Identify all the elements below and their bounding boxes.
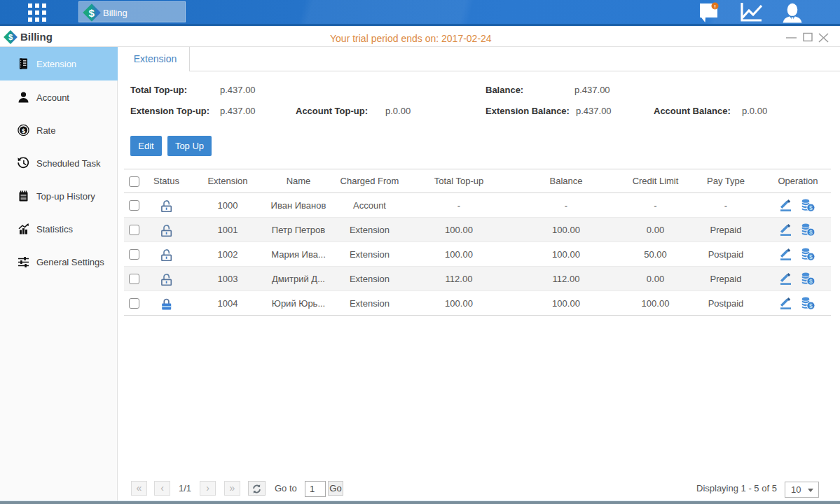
svg-text:$: $	[809, 302, 813, 309]
svg-text:$: $	[809, 277, 813, 284]
svg-text:$: $	[22, 127, 25, 134]
svg-text:!: !	[714, 4, 716, 10]
svg-text:$: $	[809, 228, 813, 235]
svg-text:$: $	[809, 204, 813, 211]
svg-text:$: $	[809, 253, 813, 260]
